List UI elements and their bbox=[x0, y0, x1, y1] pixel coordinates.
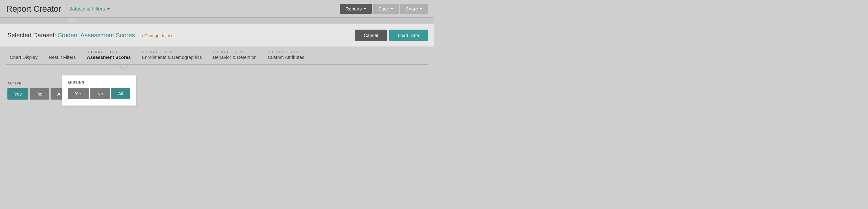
missing-btn-yes[interactable]: Yes bbox=[68, 88, 89, 99]
tab-mainlabel: Assessment Scores bbox=[87, 55, 131, 60]
tab-sublabel: STUDENT FILTERS bbox=[213, 50, 257, 54]
tab-sublabel bbox=[10, 50, 38, 54]
between-arrow-container bbox=[0, 65, 434, 70]
dataset-row: Selected Dataset: Student Assessment Sco… bbox=[0, 24, 434, 47]
share-label: Share bbox=[406, 6, 418, 11]
dataset-name: Student Assessment Scores bbox=[58, 32, 135, 38]
tab-sublabel: STUDENT FILTERS bbox=[142, 50, 202, 54]
save-label: Save bbox=[378, 6, 389, 11]
dataset-filter-button[interactable]: Dataset & Filters bbox=[68, 6, 110, 12]
tab-behavior-detention[interactable]: STUDENT FILTERSBehavior & Detention bbox=[209, 47, 264, 64]
save-button[interactable]: Save bbox=[373, 4, 399, 14]
dataset-filter-label: Dataset & Filters bbox=[68, 6, 105, 12]
app-title: Report Creator bbox=[6, 4, 61, 14]
filters-row: ACTIVE YesNoAll MISSING YesNoAll bbox=[7, 76, 427, 100]
reports-button[interactable]: Reports bbox=[340, 4, 372, 14]
active-btn-yes[interactable]: Yes bbox=[7, 88, 28, 100]
missing-btn-all[interactable]: All bbox=[111, 88, 130, 99]
tab-sublabel bbox=[49, 50, 76, 54]
tab-assessment-scores[interactable]: STUDENT FILTERSAssessment Scores bbox=[83, 47, 138, 64]
content-area: ACTIVE YesNoAll MISSING YesNoAll bbox=[0, 70, 434, 119]
tabs-container: Chart Display Result FiltersSTUDENT FILT… bbox=[0, 47, 434, 65]
change-dataset-link[interactable]: Change dataset bbox=[142, 33, 175, 38]
chevron-down-icon bbox=[107, 8, 110, 10]
dataset-actions: Cancel Load Data bbox=[355, 30, 428, 41]
tab-chart-display[interactable]: Chart Display bbox=[6, 47, 45, 64]
share-chevron-icon bbox=[420, 8, 422, 9]
between-arrow-inner bbox=[119, 65, 128, 70]
reports-label: Reports bbox=[345, 6, 362, 11]
top-bar-left: Report Creator Dataset & Filters bbox=[6, 4, 110, 14]
tab-mainlabel: Result Filters bbox=[49, 55, 76, 60]
tab-enrollments-demographics[interactable]: STUDENT FILTERSEnrollments & Demographic… bbox=[138, 47, 209, 64]
share-button[interactable]: Share bbox=[400, 4, 428, 14]
dataset-label-text: Selected Dataset: bbox=[7, 32, 56, 38]
tab-mainlabel: Enrollments & Demographics bbox=[142, 55, 202, 60]
tab-custom-attributes[interactable]: STUDENT FILTERSCustom Attributes bbox=[264, 47, 312, 64]
cancel-button[interactable]: Cancel bbox=[355, 30, 387, 41]
top-tab-arrow bbox=[66, 18, 77, 24]
tab-sublabel: STUDENT FILTERS bbox=[87, 50, 131, 54]
reports-chevron-icon bbox=[364, 8, 366, 9]
active-section: ACTIVE YesNoAll bbox=[7, 81, 69, 100]
tab-mainlabel: Custom Attributes bbox=[268, 55, 304, 60]
top-arrow-area bbox=[0, 18, 434, 24]
tab-result-filters[interactable]: Result Filters bbox=[45, 47, 83, 64]
missing-toggle-group: YesNoAll bbox=[68, 88, 130, 99]
load-data-button[interactable]: Load Data bbox=[389, 30, 428, 41]
missing-btn-no[interactable]: No bbox=[90, 88, 110, 99]
tab-mainlabel: Behavior & Detention bbox=[213, 55, 257, 60]
tab-mainlabel: Chart Display bbox=[10, 55, 38, 60]
active-btn-no[interactable]: No bbox=[30, 88, 49, 100]
active-toggle-group: YesNoAll bbox=[7, 88, 69, 100]
tabs-row: Chart Display Result FiltersSTUDENT FILT… bbox=[6, 47, 428, 65]
missing-label: MISSING bbox=[68, 80, 130, 84]
save-chevron-icon bbox=[391, 8, 393, 9]
active-label: ACTIVE bbox=[7, 81, 69, 85]
tab-sublabel: STUDENT FILTERS bbox=[268, 50, 304, 54]
dataset-info: Selected Dataset: Student Assessment Sco… bbox=[7, 32, 175, 39]
missing-popup: MISSING YesNoAll bbox=[62, 75, 136, 106]
top-bar-right: Reports Save Share bbox=[340, 4, 428, 14]
top-bar: Report Creator Dataset & Filters Reports… bbox=[0, 0, 434, 18]
